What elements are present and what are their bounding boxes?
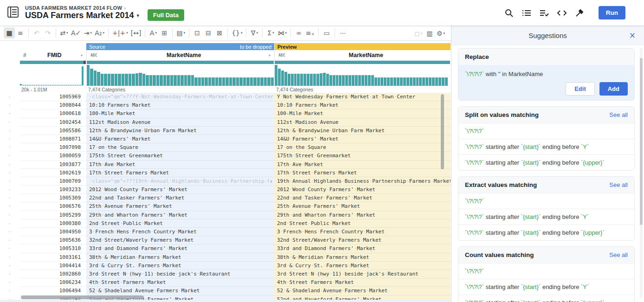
histogram-bar[interactable] <box>205 77 207 86</box>
cell-marketname-preview[interactable]: 19th·Annual·Highlands·Business·Partnersh… <box>274 177 451 186</box>
histogram-bar[interactable] <box>232 77 235 86</box>
unpivot-icon[interactable]: ⊟ <box>203 27 214 39</box>
expand-chevron-icon[interactable]: › <box>269 177 274 186</box>
histogram-bar[interactable] <box>50 85 52 85</box>
move-column-icon[interactable]: ⇥▾ <box>82 27 93 39</box>
histogram-bar[interactable] <box>101 74 103 86</box>
histogram-bar[interactable] <box>403 77 406 86</box>
cell-marketname-preview[interactable]: 2nd·Street·Public·Market <box>274 219 451 228</box>
histogram-bar[interactable] <box>122 74 124 86</box>
cell-fmid[interactable]: 1006576 <box>19 202 86 211</box>
histogram-bar[interactable] <box>326 74 329 86</box>
code-icon[interactable] <box>557 8 567 18</box>
histogram-bar[interactable] <box>281 71 284 86</box>
cell-marketname-preview[interactable]: 4th·Street·Farmers·Market <box>274 278 451 287</box>
histogram-bar[interactable] <box>215 77 218 86</box>
histogram-bar[interactable] <box>260 77 263 86</box>
histogram-bar[interactable] <box>342 75 345 86</box>
histogram-bar[interactable] <box>278 69 281 86</box>
histogram-bar[interactable] <box>201 77 204 86</box>
histogram-bar[interactable] <box>139 73 142 86</box>
histogram-bar[interactable] <box>125 74 128 86</box>
histogram-marketname-preview[interactable] <box>275 65 448 86</box>
histogram-bar[interactable] <box>445 77 448 86</box>
selected-suggestion[interactable]: `\?\?\?` with '' in MarketName Edit Add <box>458 65 634 100</box>
histogram-bar[interactable] <box>397 77 399 86</box>
cell-marketname-preview[interactable]: 33rd·and·Diamond·Farmers'·Market <box>274 244 451 253</box>
histogram-bar[interactable] <box>361 75 364 86</box>
histogram-bar[interactable] <box>57 85 58 85</box>
cell-fmid[interactable]: 1005309 <box>19 194 86 202</box>
quality-bar-marketname-preview[interactable] <box>275 61 450 64</box>
histogram-bar[interactable] <box>365 75 367 86</box>
histogram-bar[interactable] <box>345 75 348 86</box>
cell-marketname-source[interactable]: 17·on·the·Square <box>86 143 274 152</box>
column-menu-icon[interactable]: ▾ <box>269 53 270 58</box>
cell-marketname-source[interactable]: 175th·Street·Greenmarket <box>86 152 274 160</box>
histogram-bar[interactable] <box>410 77 412 86</box>
histogram-bar[interactable] <box>429 77 431 86</box>
histogram-bar[interactable] <box>149 75 152 86</box>
histogram-bar[interactable] <box>160 75 162 86</box>
more-icon[interactable]: ⋯ <box>337 27 348 39</box>
cell-fmid[interactable]: 1005310 <box>19 244 86 253</box>
histogram-bar[interactable] <box>406 77 409 86</box>
histogram-bar[interactable] <box>422 77 425 86</box>
histogram-bar[interactable] <box>320 73 322 86</box>
close-icon[interactable]: × <box>629 31 636 40</box>
histogram-bar[interactable] <box>442 77 444 86</box>
redo-icon[interactable]: ↷ <box>42 27 53 39</box>
histogram-bar[interactable] <box>275 65 277 86</box>
text-format-icon[interactable]: A▾ <box>148 27 159 39</box>
cell-marketname-preview[interactable]: 175th·Street·Greenmarket <box>274 152 451 160</box>
patterns-icon[interactable]: {}▾ <box>230 27 244 39</box>
histogram-bar[interactable] <box>384 77 386 86</box>
histogram-bar[interactable] <box>104 74 107 86</box>
histogram-bar[interactable] <box>355 75 358 86</box>
histogram-bar[interactable] <box>225 77 228 86</box>
histogram-bar[interactable] <box>27 85 29 85</box>
cell-marketname-source[interactable]: 2012·Wood·County·Farmers'·Market <box>86 186 274 194</box>
histogram-bar[interactable] <box>146 75 148 86</box>
histogram-bar[interactable] <box>132 74 135 86</box>
histogram-bar[interactable] <box>339 75 341 86</box>
add-button[interactable]: Add <box>599 82 628 96</box>
histogram-bar[interactable] <box>72 85 74 85</box>
histogram-bar[interactable] <box>416 77 419 86</box>
histogram-bar[interactable] <box>219 77 221 86</box>
search-icon[interactable] <box>504 8 514 18</box>
histogram-bar[interactable] <box>59 85 61 85</box>
histogram-bar[interactable] <box>29 85 31 85</box>
cell-marketname-source[interactable]: 25th·Avenue·Farmers'·Market <box>86 202 274 211</box>
count-matches-icon[interactable]: ⊞ <box>159 27 170 39</box>
recipe-list-icon[interactable] <box>522 8 532 18</box>
grid-view-icon[interactable]: ▦ <box>4 27 15 39</box>
histogram-bar[interactable] <box>94 71 97 86</box>
histogram-bar[interactable] <box>167 75 169 86</box>
histogram-bar[interactable] <box>170 75 173 86</box>
cell-fmid[interactable]: 1003877 <box>19 161 86 169</box>
histogram-bar[interactable] <box>271 77 274 86</box>
histogram-bar[interactable] <box>419 77 422 86</box>
steps-check-icon[interactable] <box>539 8 549 18</box>
see-all-link[interactable]: See all <box>609 251 628 258</box>
histogram-bar[interactable] <box>425 77 428 86</box>
select-columns-icon[interactable]: ◻▾ <box>413 28 424 39</box>
cell-marketname-source[interactable]: 52·&·Shadeland·Avenue·Farmers·Market <box>86 287 274 295</box>
cell-fmid[interactable]: 1005299 <box>19 211 86 219</box>
cell-marketname-preview[interactable]: 14&U·Farmers'·Market <box>274 135 451 143</box>
histogram-bar[interactable] <box>111 74 114 86</box>
row-view-icon[interactable]: ≡ <box>15 27 26 39</box>
histogram-bar[interactable] <box>246 77 249 86</box>
suggestion-item[interactable]: `\?\?\?` starting after `{start}` ending… <box>458 154 634 170</box>
histogram-bar[interactable] <box>400 77 403 86</box>
cell-fmid[interactable]: 1004950 <box>19 228 86 236</box>
histogram-bar[interactable] <box>108 74 110 86</box>
cell-marketname-source[interactable]: 4th·Street·Farmers·Market <box>86 278 274 287</box>
histogram-bar[interactable] <box>68 85 70 85</box>
cell-marketname-preview[interactable]: 29th·and·Wharton·Farmers'·Market <box>274 211 451 219</box>
cell-fmid[interactable]: 1000059 <box>19 152 86 160</box>
histogram-bar[interactable] <box>294 74 297 86</box>
merge-columns-icon[interactable]: ▤▾ <box>175 27 187 39</box>
undo-icon[interactable]: ↶ <box>31 27 42 39</box>
